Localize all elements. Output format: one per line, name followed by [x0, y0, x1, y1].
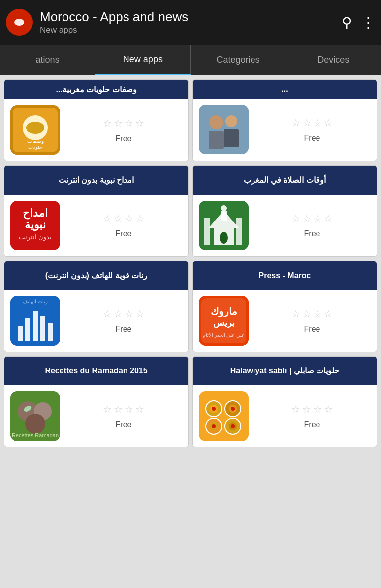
star-rating: ☆ ☆ ☆ ☆: [103, 308, 144, 320]
svg-point-21: [221, 205, 227, 211]
app-header: Morocco - Apps and news New apps ⚲ ⋮: [0, 0, 381, 45]
tab-ations-label: ations: [36, 55, 60, 65]
svg-rect-22: [204, 218, 210, 245]
svg-point-40: [25, 414, 45, 434]
app-price: Free: [116, 134, 132, 143]
svg-point-55: [231, 424, 235, 428]
svg-point-1: [14, 19, 24, 26]
svg-text:عين على الخبر الأتام: عين على الخبر الأتام: [203, 332, 245, 338]
app-icon-ramadan: Recettes Ramadan: [10, 391, 60, 441]
app-card-ringtone[interactable]: رنات قوية للهاتف (بدون انترنت) رنات للها…: [4, 261, 189, 352]
app-price: Free: [116, 325, 132, 334]
svg-rect-28: [33, 311, 38, 341]
partial-card-left[interactable]: وصفات حلويات مغربية... وصفات حلويات ☆ ☆ …: [4, 79, 189, 161]
app-card-halawiyat-info: ☆ ☆ ☆ ☆ Free: [254, 403, 371, 429]
svg-rect-26: [18, 326, 23, 341]
svg-rect-30: [48, 323, 53, 341]
star-rating: ☆ ☆ ☆ ☆: [103, 403, 144, 415]
app-card-press-maroc[interactable]: Press - Maroc ماروك بريس عين على الخبر ا…: [192, 261, 377, 352]
app-card-ringtone-title: رنات قوية للهاتف (بدون انترنت): [4, 261, 188, 290]
tab-bar: ations New apps Categories Devices: [0, 45, 381, 75]
app-card-prayer[interactable]: أوقات الصلاة في المغرب: [192, 165, 377, 257]
app-price: Free: [116, 229, 132, 238]
app-card-prayer-info: ☆ ☆ ☆ ☆ Free: [254, 213, 371, 238]
partial-top-row: وصفات حلويات مغربية... وصفات حلويات ☆ ☆ …: [0, 75, 381, 161]
tab-new-apps[interactable]: New apps: [95, 45, 190, 75]
search-icon[interactable]: ⚲: [342, 14, 352, 31]
app-grid: امداح نبوية بدون انترنت امداح نبوية بدون…: [0, 161, 381, 451]
svg-point-24: [220, 232, 228, 244]
svg-text:وصفات: وصفات: [27, 138, 44, 144]
app-title: Morocco - Apps and news: [40, 9, 342, 25]
app-card-ramadan-body: Recettes Ramadan ☆ ☆ ☆ ☆ Free: [4, 385, 188, 447]
header-title-block: Morocco - Apps and news New apps: [40, 9, 342, 35]
svg-rect-27: [25, 318, 30, 341]
svg-text:حلويات: حلويات: [28, 145, 42, 150]
app-icon-prayer: [199, 201, 249, 250]
partial-card-right-info: ☆ ☆ ☆ ☆ Free: [254, 117, 371, 143]
svg-text:امداح: امداح: [23, 207, 48, 220]
partial-card-left-info: ☆ ☆ ☆ ☆ Free: [65, 117, 182, 143]
more-menu-icon[interactable]: ⋮: [361, 14, 375, 31]
star-rating: ☆ ☆ ☆ ☆: [291, 403, 333, 415]
app-price: Free: [304, 325, 320, 334]
star-rating: ☆ ☆ ☆ ☆: [291, 213, 333, 224]
app-card-amda7[interactable]: امداح نبوية بدون انترنت امداح نبوية بدون…: [4, 165, 189, 257]
star-rating: ☆ ☆ ☆ ☆: [291, 117, 333, 129]
app-card-ramadan[interactable]: Recettes du Ramadan 2015 Recettes Ramada…: [4, 356, 189, 447]
app-card-halawiyat-body: ☆ ☆ ☆ ☆ Free: [193, 385, 377, 447]
app-price: Free: [304, 134, 320, 143]
svg-rect-43: [199, 391, 249, 441]
tab-ations[interactable]: ations: [0, 45, 95, 75]
header-actions: ⚲ ⋮: [342, 14, 375, 31]
app-icon-amda7: امداح نبوية بدون انترنت: [10, 201, 60, 250]
svg-text:رنات للهاتف: رنات للهاتف: [23, 299, 48, 305]
svg-text:بدون انترنت: بدون انترنت: [19, 233, 52, 241]
svg-rect-29: [40, 316, 45, 341]
app-subtitle: New apps: [40, 25, 342, 35]
partial-card-right[interactable]: ... ☆ ☆ ☆ ☆ Free: [192, 79, 377, 161]
app-logo: [6, 9, 33, 36]
app-icon-ringtone: رنات للهاتف: [10, 296, 60, 346]
tab-categories-label: Categories: [217, 55, 260, 65]
app-card-amda7-info: ☆ ☆ ☆ ☆ Free: [65, 213, 182, 238]
svg-point-53: [231, 407, 235, 411]
app-price: Free: [304, 229, 320, 238]
app-card-ramadan-info: ☆ ☆ ☆ ☆ Free: [65, 403, 182, 429]
app-card-halawiyat[interactable]: حلويات صابلي | Halawiyat sabli: [192, 356, 377, 447]
app-card-press-maroc-title: Press - Maroc: [193, 261, 377, 290]
star-rating: ☆ ☆ ☆ ☆: [103, 117, 144, 129]
tab-categories[interactable]: Categories: [191, 45, 286, 75]
app-price: Free: [304, 420, 320, 429]
app-icon-halawiyat: [199, 391, 249, 441]
svg-text:ماروك: ماروك: [211, 306, 237, 317]
app-card-prayer-body: ☆ ☆ ☆ ☆ Free: [193, 195, 377, 256]
svg-point-5: [26, 122, 44, 134]
app-card-amda7-title: امداح نبوية بدون انترنت: [4, 166, 188, 195]
svg-rect-10: [209, 131, 224, 149]
app-card-prayer-title: أوقات الصلاة في المغرب: [193, 166, 377, 195]
app-card-ringtone-body: رنات للهاتف ☆ ☆ ☆ ☆ Free: [4, 290, 188, 352]
tab-devices[interactable]: Devices: [286, 45, 381, 75]
svg-text:بريس: بريس: [213, 318, 235, 328]
app-price: Free: [116, 420, 132, 429]
app-card-press-maroc-body: ماروك بريس عين على الخبر الأتام ☆ ☆ ☆ ☆ …: [193, 290, 377, 352]
svg-point-54: [212, 424, 216, 428]
svg-rect-20: [221, 211, 227, 220]
app-card-ringtone-info: ☆ ☆ ☆ ☆ Free: [65, 308, 182, 334]
svg-point-52: [212, 407, 216, 411]
partial-card-right-body: ☆ ☆ ☆ ☆ Free: [193, 99, 377, 160]
partial-card-left-header: وصفات حلويات مغربية...: [4, 80, 188, 99]
svg-text:Recettes Ramadan: Recettes Ramadan: [12, 432, 59, 438]
partial-card-left-body: وصفات حلويات ☆ ☆ ☆ ☆ Free: [4, 99, 188, 161]
app-card-amda7-body: امداح نبوية بدون انترنت ☆ ☆ ☆ ☆ Free: [4, 195, 188, 256]
svg-rect-23: [236, 218, 242, 245]
app-icon-press-maroc: ماروك بريس عين على الخبر الأتام: [199, 296, 249, 346]
tab-devices-label: Devices: [318, 55, 349, 65]
star-rating: ☆ ☆ ☆ ☆: [291, 308, 333, 320]
partial-card-right-header: ...: [193, 80, 377, 99]
app-icon-food: وصفات حلويات: [10, 105, 60, 155]
svg-point-9: [209, 115, 223, 129]
star-rating: ☆ ☆ ☆ ☆: [103, 213, 144, 224]
app-card-ramadan-title: Recettes du Ramadan 2015: [4, 357, 188, 385]
